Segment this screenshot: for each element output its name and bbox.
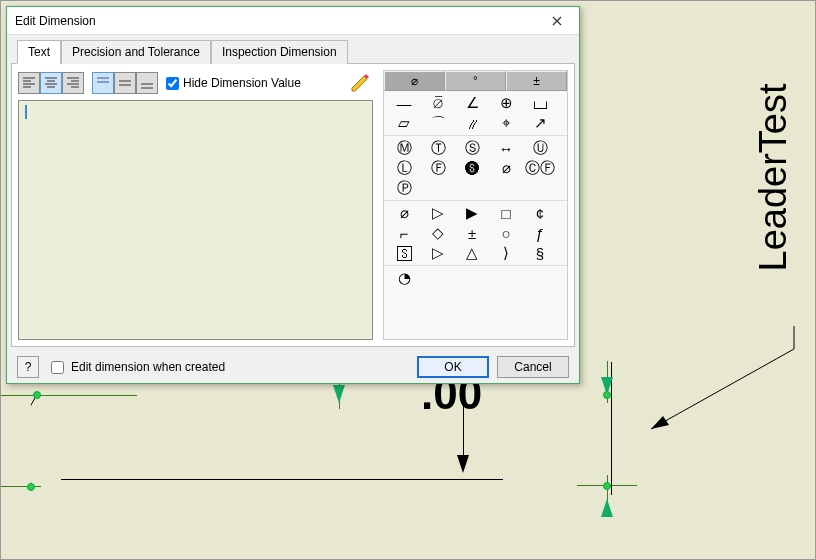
hide-dimension-value-input[interactable] xyxy=(166,77,179,90)
sym-centerline[interactable]: ¢ xyxy=(524,204,556,222)
sym-sref[interactable]: Ⓢ xyxy=(456,139,488,157)
close-icon xyxy=(552,16,562,26)
edit-pencil-button[interactable] xyxy=(347,70,373,96)
sym-triangle-filled[interactable]: ▶ xyxy=(456,204,488,222)
sym-tangent[interactable]: Ⓣ xyxy=(422,139,454,157)
sym-circularity[interactable]: ⦱ xyxy=(422,94,454,112)
sym-concentricity[interactable]: ⌖ xyxy=(490,114,522,132)
sym-diamond[interactable]: ◇ xyxy=(422,224,454,242)
valign-top-icon xyxy=(95,75,111,91)
sym-mmc[interactable]: Ⓜ xyxy=(388,139,420,157)
align-left-button[interactable] xyxy=(18,72,40,94)
sym-surface-finish[interactable]: ◔ xyxy=(388,269,420,287)
valign-bottom-button[interactable] xyxy=(136,72,158,94)
sym-runout[interactable]: ↗ xyxy=(524,114,556,132)
symbol-palette: ⌀ ° ± — ⦱ ∠ ⊕ ⌴ ▱ ⌒ ⫽ ⌖ ↗ xyxy=(383,70,568,340)
text-caret xyxy=(25,105,27,119)
sym-taper-2[interactable]: △ xyxy=(456,244,488,262)
sym-unequal[interactable]: Ⓤ xyxy=(524,139,556,157)
text-toolbar: Hide Dimension Value xyxy=(18,70,373,96)
hide-dimension-value-label: Hide Dimension Value xyxy=(183,76,301,90)
edit-dimension-dialog: Edit Dimension Text Precision and Tolera… xyxy=(6,6,580,384)
valign-top-button[interactable] xyxy=(92,72,114,94)
valign-middle-icon xyxy=(117,75,133,91)
align-center-button[interactable] xyxy=(40,72,62,94)
sym-projected[interactable]: Ⓟ xyxy=(388,179,420,197)
sym-between[interactable]: ↔ xyxy=(490,139,522,157)
symbol-group-4: ◔ xyxy=(384,266,567,290)
valign-middle-button[interactable] xyxy=(114,72,136,94)
sym-circle[interactable]: ○ xyxy=(490,224,522,242)
tab-precision-tolerance[interactable]: Precision and Tolerance xyxy=(61,40,211,64)
sym-stat[interactable]: 🅢 xyxy=(456,159,488,177)
ok-button[interactable]: OK xyxy=(417,356,489,378)
edit-when-created-input[interactable] xyxy=(51,361,64,374)
sym-depth[interactable]: ⌐ xyxy=(388,224,420,242)
sym-taper-1[interactable]: ▷ xyxy=(422,244,454,262)
sym-diameter-3[interactable]: ⌀ xyxy=(388,204,420,222)
sym-counterbore[interactable]: ⌴ xyxy=(524,94,556,112)
dimension-text-input[interactable] xyxy=(18,100,373,340)
sym-sf[interactable]: 🅂 xyxy=(388,244,420,262)
sym-angle-bracket[interactable]: ⟩ xyxy=(490,244,522,262)
hide-dimension-value-checkbox[interactable]: Hide Dimension Value xyxy=(166,76,301,90)
edit-when-created-checkbox[interactable]: Edit dimension when created xyxy=(47,358,225,377)
dialog-footer: ? Edit dimension when created OK Cancel xyxy=(7,351,579,383)
sym-flatness[interactable]: ▱ xyxy=(388,114,420,132)
sym-straightness[interactable]: — xyxy=(388,94,420,112)
close-button[interactable] xyxy=(535,7,579,35)
align-right-button[interactable] xyxy=(62,72,84,94)
sym-section[interactable]: § xyxy=(524,244,556,262)
sym-profile-line[interactable]: ⌒ xyxy=(422,114,454,132)
cancel-button[interactable]: Cancel xyxy=(497,356,569,378)
help-icon: ? xyxy=(25,360,32,374)
tab-inspection-dimension[interactable]: Inspection Dimension xyxy=(211,40,348,64)
dialog-title: Edit Dimension xyxy=(15,14,535,28)
symbol-tab-degree[interactable]: ° xyxy=(445,71,506,91)
sym-free-state[interactable]: Ⓕ xyxy=(422,159,454,177)
symbol-area: — ⦱ ∠ ⊕ ⌴ ▱ ⌒ ⫽ ⌖ ↗ Ⓜ Ⓣ Ⓢ xyxy=(384,91,567,339)
symbol-tab-diameter[interactable]: ⌀ xyxy=(384,71,445,91)
tab-page-text: Hide Dimension Value ⌀ xyxy=(11,63,575,347)
align-center-icon xyxy=(43,75,59,91)
svg-marker-0 xyxy=(651,416,669,429)
help-button[interactable]: ? xyxy=(17,356,39,378)
sym-diameter-2[interactable]: ⌀ xyxy=(490,159,522,177)
sym-lmc[interactable]: Ⓛ xyxy=(388,159,420,177)
sym-cf[interactable]: ⒸⒻ xyxy=(524,159,556,177)
valign-bottom-icon xyxy=(139,75,155,91)
leader-text: LeaderTest xyxy=(752,83,795,271)
symbol-group-1: — ⦱ ∠ ⊕ ⌴ ▱ ⌒ ⫽ ⌖ ↗ xyxy=(384,91,567,136)
sym-angularity[interactable]: ∠ xyxy=(456,94,488,112)
symbol-tab-plusminus[interactable]: ± xyxy=(506,71,567,91)
tab-text[interactable]: Text xyxy=(17,40,61,64)
svg-marker-1 xyxy=(352,76,367,91)
align-right-icon xyxy=(65,75,81,91)
symbol-group-3: ⌀ ▷ ▶ □ ¢ ⌐ ◇ ± ○ ƒ 🅂 ▷ △ ⟩ § xyxy=(384,201,567,266)
symbol-group-2: Ⓜ Ⓣ Ⓢ ↔ Ⓤ Ⓛ Ⓕ 🅢 ⌀ ⒸⒻ Ⓟ xyxy=(384,136,567,201)
sym-true-position[interactable]: ⊕ xyxy=(490,94,522,112)
align-left-icon xyxy=(21,75,37,91)
sym-plusminus[interactable]: ± xyxy=(456,224,488,242)
sym-function[interactable]: ƒ xyxy=(524,224,556,242)
titlebar[interactable]: Edit Dimension xyxy=(7,7,579,35)
pencil-icon xyxy=(349,72,371,94)
sym-parallelism[interactable]: ⫽ xyxy=(456,114,488,132)
tab-strip: Text Precision and Tolerance Inspection … xyxy=(11,39,575,63)
sym-square[interactable]: □ xyxy=(490,204,522,222)
sym-triangle-open[interactable]: ▷ xyxy=(422,204,454,222)
edit-when-created-label: Edit dimension when created xyxy=(71,360,225,374)
